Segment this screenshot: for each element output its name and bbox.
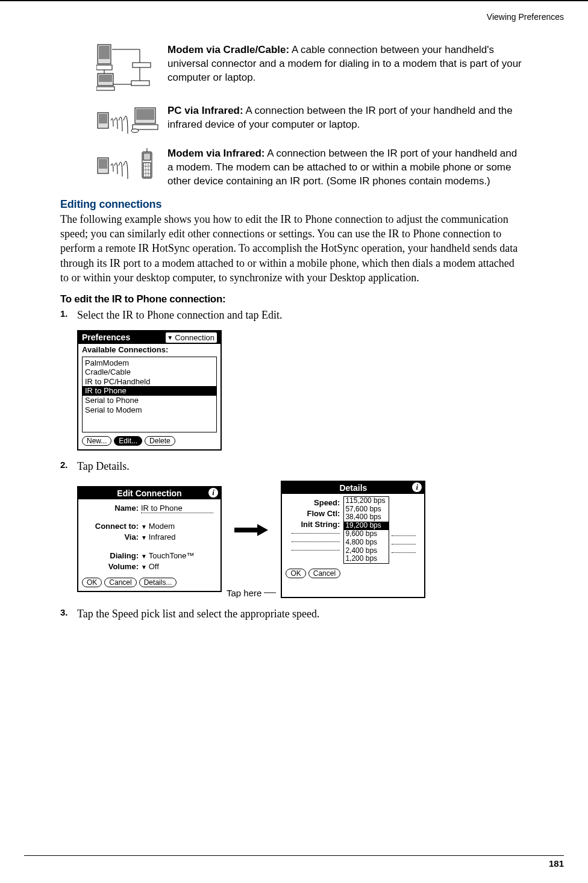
step-number: 2.	[60, 459, 77, 473]
definition-modem-infrared: Modem via Infrared: A connection between…	[96, 147, 522, 189]
name-field[interactable]: IR to Phone	[141, 504, 213, 513]
ok-button[interactable]: OK	[82, 578, 102, 587]
init-string-label: Init String:	[287, 520, 342, 529]
palm-title: Details	[339, 483, 367, 493]
procedure-heading: To edit the IR to Phone connection:	[60, 293, 522, 305]
definition-text: Modem via Infrared: A connection between…	[167, 147, 522, 189]
speed-picklist[interactable]: 115,200 bps 57,600 bps 38,400 bps 19,200…	[343, 496, 389, 564]
def-title: Modem via Infrared:	[167, 148, 265, 159]
speed-option[interactable]: 38,400 bps	[344, 513, 389, 522]
svg-rect-3	[133, 63, 151, 67]
svg-rect-14	[99, 114, 107, 123]
main-content: Modem via Cradle/Cable: A cable connecti…	[96, 43, 522, 621]
step-number: 1.	[60, 308, 77, 322]
palm-button-row: New... Edit... Delete	[78, 434, 220, 449]
running-header: Viewing Preferences	[487, 12, 564, 22]
info-icon[interactable]: i	[412, 482, 422, 492]
definition-text: PC via Infrared: A connection between th…	[167, 104, 522, 132]
volume-picker[interactable]: Off	[141, 562, 159, 571]
list-item[interactable]: PalmModem	[83, 358, 216, 368]
ok-button[interactable]: OK	[286, 569, 305, 578]
details-button[interactable]: Details...	[139, 578, 177, 587]
svg-rect-1	[99, 46, 110, 59]
palm-button-row: OK Cancel	[282, 566, 424, 582]
modem-cradle-icon	[96, 43, 163, 95]
list-item[interactable]: Cradle/Cable	[83, 367, 216, 377]
name-label: Name:	[83, 504, 141, 513]
def-title: PC via Infrared:	[167, 105, 243, 116]
via-label: Via:	[83, 532, 141, 541]
speed-option[interactable]: 2,400 bps	[344, 547, 389, 555]
list-item[interactable]: Serial to Modem	[83, 405, 216, 415]
palm-form: Name: IR to Phone Connect to: Modem Via:…	[78, 499, 220, 575]
editing-connections-heading: Editing connections	[60, 198, 522, 211]
speed-option[interactable]: 115,200 bps	[344, 497, 389, 505]
step-3: 3. Tap the Speed pick list and select th…	[60, 607, 522, 621]
speed-option[interactable]: 9,600 bps	[344, 530, 389, 538]
editing-connections-body: The following example shows you how to e…	[60, 212, 522, 285]
page: Viewing Preferences	[0, 0, 588, 883]
palm-title: Preferences	[82, 332, 130, 342]
palm-edit-connection-window: Edit Connection i Name: IR to Phone Conn…	[77, 486, 222, 592]
svg-point-18	[131, 129, 139, 133]
svg-rect-2	[96, 65, 112, 70]
palm-form: Speed: Flow Ctl: Init String: 115,200 bp…	[282, 494, 424, 566]
svg-rect-11	[96, 87, 114, 90]
speed-option[interactable]: 57,600 bps	[344, 505, 389, 514]
svg-rect-22	[143, 153, 151, 160]
palm-titlebar: Details i	[282, 482, 424, 494]
speed-option[interactable]: 4,800 bps	[344, 538, 389, 547]
palm-button-row: OK Cancel Details...	[78, 575, 220, 591]
definition-modem-cradle: Modem via Cradle/Cable: A cable connecti…	[96, 43, 522, 95]
available-connections-label: Available Connections:	[78, 344, 220, 355]
list-item[interactable]: Serial to Phone	[83, 396, 216, 405]
svg-rect-10	[99, 75, 112, 82]
delete-button[interactable]: Delete	[145, 436, 175, 446]
connect-to-picker[interactable]: Modem	[141, 522, 175, 531]
step-1: 1. Select the IR to Phone connection and…	[60, 308, 522, 322]
palm-details-window: Details i Speed: Flow Ctl: Init String:	[281, 481, 425, 598]
step-text: Tap Details.	[77, 459, 522, 473]
arrow-icon	[233, 523, 269, 537]
via-picker[interactable]: Infrared	[141, 532, 176, 541]
step-2: 2. Tap Details.	[60, 459, 522, 473]
dialing-label: Dialing:	[83, 551, 141, 560]
definition-text: Modem via Cradle/Cable: A cable connecti…	[167, 43, 522, 85]
palm-titlebar: Edit Connection i	[78, 487, 220, 499]
palm-title: Edit Connection	[117, 488, 181, 498]
volume-label: Volume:	[83, 562, 141, 571]
speed-option[interactable]: 1,200 bps	[344, 555, 389, 563]
edit-details-screenshots: Edit Connection i Name: IR to Phone Conn…	[77, 481, 522, 598]
palm-titlebar: Preferences Connection	[78, 331, 220, 344]
svg-rect-20	[99, 159, 107, 169]
svg-rect-16	[136, 109, 154, 120]
step-text: Select the IR to Phone connection and ta…	[77, 308, 522, 322]
cancel-button[interactable]: Cancel	[104, 578, 136, 587]
list-item[interactable]: IR to PC/Handheld	[83, 377, 216, 387]
def-title: Modem via Cradle/Cable:	[167, 44, 289, 55]
step-number: 3.	[60, 607, 77, 621]
tap-here-callout: Tap here	[227, 588, 261, 598]
page-number: 181	[549, 858, 564, 869]
cancel-button[interactable]: Cancel	[308, 569, 340, 578]
page-footer: 181	[24, 855, 564, 869]
connection-menu[interactable]: Connection	[166, 332, 217, 343]
modem-infrared-icon	[96, 147, 163, 186]
speed-label: Speed:	[287, 498, 342, 507]
palm-preferences-window: Preferences Connection Available Connect…	[77, 330, 222, 451]
svg-rect-12	[131, 81, 149, 86]
preferences-screenshot: Preferences Connection Available Connect…	[77, 330, 522, 451]
edit-button[interactable]: Edit...	[114, 436, 142, 446]
step-text: Tap the Speed pick list and select the a…	[77, 607, 522, 621]
new-button[interactable]: New...	[82, 436, 111, 446]
info-icon[interactable]: i	[208, 488, 218, 498]
list-item[interactable]: IR to Phone	[83, 386, 216, 396]
definition-pc-infrared: PC via Infrared: A connection between th…	[96, 104, 522, 137]
flow-ctl-label: Flow Ctl:	[287, 509, 342, 518]
connect-to-label: Connect to:	[83, 522, 141, 531]
connections-list[interactable]: PalmModem Cradle/Cable IR to PC/Handheld…	[82, 357, 217, 432]
speed-option[interactable]: 19,200 bps	[344, 522, 389, 530]
dialing-picker[interactable]: TouchTone™	[141, 551, 195, 560]
pc-infrared-icon	[96, 104, 163, 137]
